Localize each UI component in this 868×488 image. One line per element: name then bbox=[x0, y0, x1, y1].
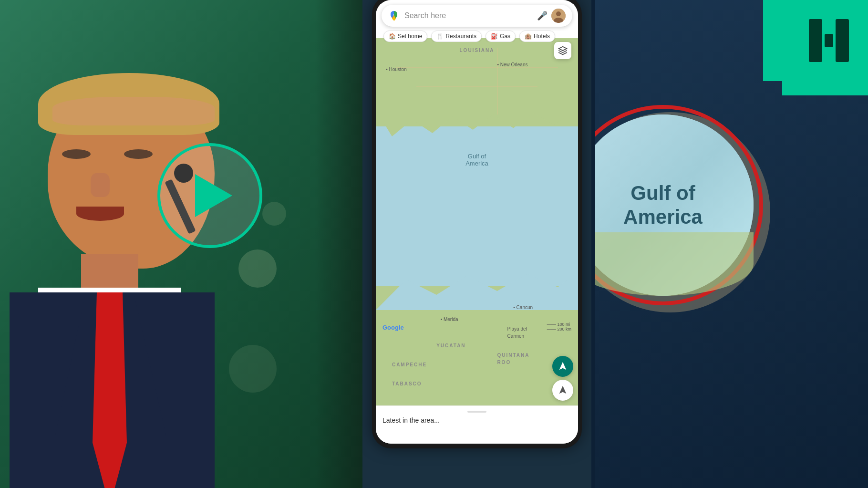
gulf-text-line2: America bbox=[465, 160, 488, 167]
restaurants-label: Restaurants bbox=[445, 33, 476, 40]
hotel-icon: 🏨 bbox=[525, 33, 532, 40]
playa-del-carmen-label2: Carmen bbox=[507, 333, 525, 339]
bokeh-1 bbox=[238, 249, 277, 288]
right-section: Gulf of America bbox=[591, 0, 868, 488]
restaurant-icon: 🍴 bbox=[436, 33, 444, 40]
left-border bbox=[591, 0, 595, 488]
quick-buttons-row: 🏠 Set home 🍴 Restaurants ⛽ Gas 🏨 Hotels bbox=[382, 27, 572, 42]
maps-header: Search here 🎤 🏠 Set home bbox=[376, 0, 578, 38]
houston-label: • Houston bbox=[386, 67, 407, 72]
bokeh-2 bbox=[262, 202, 286, 226]
gulf-circle-line1: Gulf of bbox=[623, 181, 703, 205]
user-avatar[interactable] bbox=[551, 9, 566, 23]
search-input[interactable]: Search here bbox=[404, 11, 533, 20]
google-watermark: Google bbox=[382, 323, 404, 332]
play-button[interactable] bbox=[157, 143, 262, 248]
layers-icon bbox=[558, 46, 568, 55]
gulf-circle-container: Gulf of America bbox=[591, 105, 763, 305]
avatar-image bbox=[551, 9, 566, 23]
gulf-circle-text: Gulf of America bbox=[623, 181, 703, 229]
quintana-roo-label2: ROO bbox=[497, 360, 511, 365]
navigate-button[interactable] bbox=[552, 356, 573, 377]
louisiana-label: LOUISIANA bbox=[460, 48, 495, 53]
restaurants-button[interactable]: 🍴 Restaurants bbox=[431, 31, 482, 42]
left-photo-section bbox=[0, 0, 372, 488]
gulf-text-container: Gulf of America bbox=[623, 181, 703, 229]
forehead bbox=[52, 97, 215, 125]
gas-button[interactable]: ⛽ Gas bbox=[486, 31, 516, 42]
phone-screen: Search here 🎤 🏠 Set home bbox=[376, 0, 578, 444]
map-view[interactable]: LOUISIANA • Houston • New Orleans Gulf o… bbox=[376, 38, 578, 405]
gas-label: Gas bbox=[500, 33, 510, 40]
yucatan-label: YUCATAN bbox=[436, 343, 465, 348]
bokeh-3 bbox=[229, 345, 277, 393]
road-1 bbox=[396, 67, 558, 68]
microphone-icon[interactable]: 🎤 bbox=[537, 10, 548, 21]
eye-left bbox=[62, 149, 91, 159]
h-left-bar bbox=[809, 19, 822, 62]
google-maps-icon bbox=[388, 10, 400, 21]
h-crossbar bbox=[825, 34, 833, 47]
map-bottom-bar: Latest in the area... bbox=[376, 405, 578, 444]
h-right-bar bbox=[836, 19, 849, 62]
eye-right bbox=[124, 149, 153, 159]
playa-del-carmen-label: Playa del bbox=[507, 326, 527, 332]
quintana-roo-label: QUINTANA bbox=[497, 353, 529, 358]
phone-frame: Search here 🎤 🏠 Set home bbox=[372, 0, 582, 448]
scale-bar: ─── 100 mi ─── 200 km bbox=[547, 322, 571, 332]
campeche-label: CAMPECHE bbox=[392, 362, 427, 367]
svg-point-2 bbox=[556, 11, 561, 16]
gulf-text-line1: Gulf of bbox=[465, 153, 488, 160]
play-triangle-icon bbox=[195, 174, 232, 217]
layers-button[interactable] bbox=[554, 42, 571, 59]
latest-text: Latest in the area... bbox=[382, 416, 571, 424]
set-home-button[interactable]: 🏠 Set home bbox=[383, 31, 427, 42]
search-bar[interactable]: Search here 🎤 bbox=[382, 5, 572, 27]
navigate-icon bbox=[558, 361, 568, 372]
mouth bbox=[76, 207, 124, 221]
my-location-button[interactable] bbox=[552, 380, 573, 401]
scale-200km: ─── 200 km bbox=[547, 327, 571, 332]
location-arrow-icon bbox=[558, 385, 568, 395]
road-2 bbox=[416, 86, 537, 87]
merida-label: • Merida bbox=[441, 317, 458, 322]
bottom-handle bbox=[467, 411, 486, 413]
set-home-label: Set home bbox=[398, 33, 422, 40]
home-icon: 🏠 bbox=[389, 33, 396, 40]
nose bbox=[91, 173, 110, 197]
google-logo-text: Google bbox=[382, 324, 404, 331]
gas-icon: ⛽ bbox=[491, 33, 498, 40]
hotels-button[interactable]: 🏨 Hotels bbox=[519, 31, 555, 42]
cancun-label: • Cancun bbox=[513, 305, 533, 310]
phone-section: Search here 🎤 🏠 Set home bbox=[362, 0, 591, 488]
gulf-label: Gulf of America bbox=[465, 153, 488, 167]
huffpost-logo bbox=[797, 7, 861, 74]
scale-100mi: ─── 100 mi bbox=[547, 322, 571, 327]
hotels-label: Hotels bbox=[534, 33, 550, 40]
road-v1 bbox=[497, 48, 498, 114]
tabasco-label: TABASCO bbox=[392, 381, 422, 386]
gulf-circle-line2: America bbox=[623, 205, 703, 229]
new-orleans-label: • New Orleans bbox=[497, 62, 527, 67]
